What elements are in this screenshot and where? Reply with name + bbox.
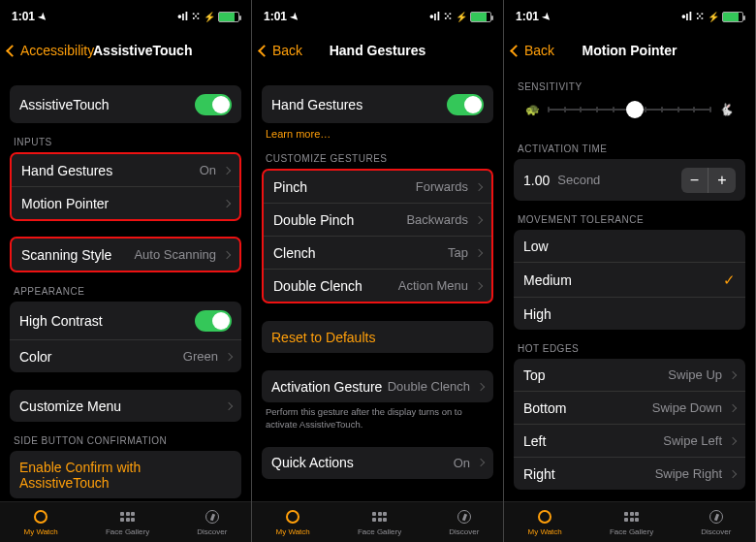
- panel-motion-pointer: 1:01➤ •ıl ⁙ ⚡ Back Motion Pointer SENSIT…: [504, 0, 756, 542]
- back-label: Back: [524, 43, 554, 58]
- tab-label: My Watch: [24, 527, 58, 536]
- value: On: [200, 163, 216, 177]
- back-label: Back: [272, 43, 302, 58]
- label: Clench: [273, 245, 448, 261]
- gallery-icon: [372, 512, 387, 522]
- label: Quick Actions: [271, 455, 454, 470]
- status-bar: 1:01➤ •ıl ⁙ ⚡: [0, 0, 251, 33]
- label: Bottom: [523, 400, 652, 416]
- edge-right-row[interactable]: Right Swipe Right: [514, 457, 745, 490]
- group-scanning: Scanning Style Auto Scanning: [10, 237, 241, 272]
- label: Scanning Style: [21, 247, 134, 263]
- wifi-icon: ⁙: [695, 10, 705, 23]
- chevron-right-icon: [475, 281, 483, 289]
- tab-discover[interactable]: Discover: [197, 508, 227, 536]
- value: Swipe Left: [663, 433, 722, 448]
- reset-defaults-row[interactable]: Reset to Defaults: [262, 321, 493, 353]
- clench-row[interactable]: Clench Tap: [264, 236, 491, 269]
- quick-actions-row[interactable]: Quick Actions On: [262, 447, 493, 479]
- chevron-right-icon: [225, 401, 233, 409]
- decrement-button[interactable]: −: [681, 168, 709, 193]
- compass-icon: [709, 510, 723, 524]
- group-activation-time: 1.00 Second − +: [514, 159, 745, 201]
- tab-my-watch[interactable]: My Watch: [528, 508, 562, 536]
- tolerance-medium-row[interactable]: Medium✓: [514, 262, 745, 297]
- label: Hand Gestures: [271, 97, 447, 112]
- group-inputs: Hand Gestures On Motion Pointer: [10, 152, 241, 221]
- customize-menu-row[interactable]: Customize Menu: [10, 390, 241, 422]
- sensitivity-slider[interactable]: 🐢 🐇: [514, 97, 745, 130]
- double-pinch-row[interactable]: Double Pinch Backwards: [264, 203, 491, 236]
- group-quick-actions: Quick Actions On: [262, 447, 493, 479]
- pinch-row[interactable]: Pinch Forwards: [264, 171, 491, 203]
- chevron-right-icon: [729, 436, 737, 444]
- label: High Contrast: [19, 313, 195, 329]
- chevron-left-icon: [258, 45, 270, 57]
- label: Activation Gesture: [271, 379, 388, 395]
- turtle-icon: 🐢: [525, 103, 540, 116]
- tab-my-watch[interactable]: My Watch: [276, 508, 310, 536]
- back-button[interactable]: Accessibility: [8, 43, 94, 58]
- increment-button[interactable]: +: [709, 168, 736, 193]
- chevron-right-icon: [475, 215, 483, 223]
- value: Auto Scanning: [134, 247, 216, 262]
- unit: Second: [557, 173, 600, 187]
- signal-icon: •ıl: [177, 10, 188, 23]
- double-clench-row[interactable]: Double Clench Action Menu: [264, 269, 491, 302]
- sensitivity-header: SENSITIVITY: [514, 68, 745, 97]
- label: Right: [523, 466, 655, 482]
- tab-label: Discover: [197, 527, 227, 536]
- toggle-on-icon[interactable]: [447, 94, 484, 115]
- assistivetouch-toggle-row[interactable]: AssistiveTouch: [10, 85, 241, 123]
- tab-discover[interactable]: Discover: [449, 508, 479, 536]
- edge-bottom-row[interactable]: Bottom Swipe Down: [514, 391, 745, 424]
- tab-face-gallery[interactable]: Face Gallery: [358, 508, 401, 536]
- toggle-on-icon[interactable]: [195, 310, 232, 332]
- activation-gesture-row[interactable]: Activation Gesture Double Clench: [262, 370, 493, 402]
- toggle-on-icon[interactable]: [195, 94, 232, 115]
- tolerance-low-row[interactable]: Low: [514, 230, 745, 262]
- enable-confirm-row[interactable]: Enable Confirm with AssistiveTouch: [10, 451, 241, 498]
- watch-icon: [538, 510, 551, 524]
- tab-discover[interactable]: Discover: [701, 508, 731, 536]
- edge-left-row[interactable]: Left Swipe Left: [514, 424, 745, 457]
- hand-gestures-row[interactable]: Hand Gestures On: [12, 154, 239, 186]
- activation-time-header: ACTIVATION TIME: [514, 130, 745, 159]
- label: Hand Gestures: [21, 163, 200, 178]
- rabbit-icon: 🐇: [719, 103, 734, 116]
- tab-label: Face Gallery: [358, 527, 401, 536]
- activation-stepper: − +: [681, 168, 736, 193]
- edge-top-row[interactable]: Top Swipe Up: [514, 359, 745, 391]
- motion-pointer-row[interactable]: Motion Pointer: [12, 186, 239, 219]
- back-label: Accessibility: [20, 43, 94, 58]
- group-customize: Customize Menu: [10, 390, 241, 422]
- learn-more-link[interactable]: Learn more…: [262, 123, 493, 140]
- label: Medium: [523, 272, 723, 288]
- panel-hand-gestures: 1:01➤ •ıl ⁙ ⚡ Back Hand Gestures Hand Ge…: [252, 0, 504, 542]
- hand-gestures-toggle-row[interactable]: Hand Gestures: [262, 85, 493, 123]
- charging-icon: ⚡: [708, 12, 719, 22]
- scanning-style-row[interactable]: Scanning Style Auto Scanning: [12, 239, 239, 271]
- chevron-right-icon: [729, 469, 737, 477]
- tab-my-watch[interactable]: My Watch: [24, 508, 58, 536]
- color-row[interactable]: Color Green: [10, 339, 241, 372]
- tab-face-gallery[interactable]: Face Gallery: [610, 508, 653, 536]
- chevron-right-icon: [223, 166, 231, 174]
- high-contrast-row[interactable]: High Contrast: [10, 302, 241, 339]
- wifi-icon: ⁙: [443, 10, 453, 23]
- slider-thumb[interactable]: [626, 101, 644, 118]
- wifi-icon: ⁙: [191, 10, 201, 23]
- label: Low: [523, 239, 736, 254]
- chevron-right-icon: [477, 382, 485, 390]
- tolerance-high-row[interactable]: High: [514, 297, 745, 330]
- inputs-header: INPUTS: [10, 123, 241, 152]
- tab-label: Discover: [449, 527, 479, 536]
- tab-face-gallery[interactable]: Face Gallery: [106, 508, 149, 536]
- value: Swipe Up: [668, 367, 722, 382]
- label: Double Clench: [273, 278, 398, 294]
- tab-bar: My Watch Face Gallery Discover: [252, 501, 503, 542]
- back-button[interactable]: Back: [512, 43, 554, 58]
- back-button[interactable]: Back: [260, 43, 302, 58]
- tab-bar: My Watch Face Gallery Discover: [0, 501, 251, 542]
- activation-time-row: 1.00 Second − +: [514, 159, 745, 201]
